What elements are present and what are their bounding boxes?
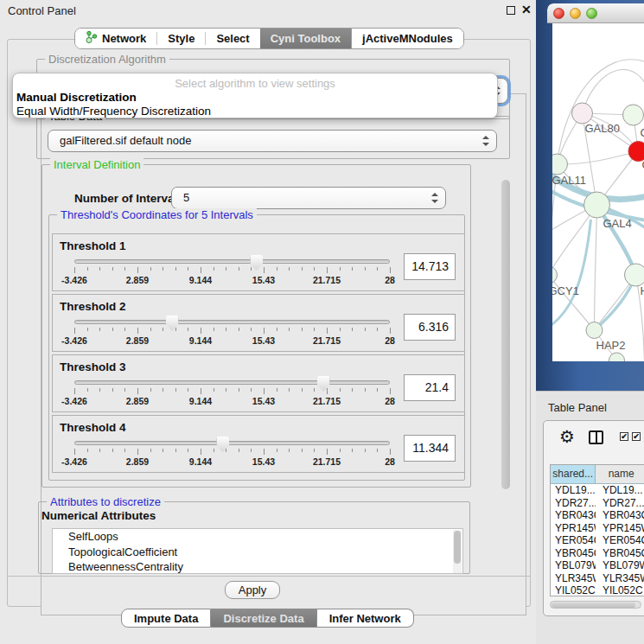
tick-mark bbox=[390, 388, 391, 394]
gear-icon[interactable]: ⚙ bbox=[559, 427, 575, 446]
table-horizontal-scrollbar[interactable] bbox=[550, 601, 641, 609]
popup-option-manual-discretization[interactable]: Manual Discretization bbox=[16, 91, 137, 104]
popup-placeholder-item[interactable]: Select algorithm to view settings bbox=[13, 77, 497, 90]
table-row[interactable]: YBR045CYBR045C bbox=[551, 547, 644, 560]
tab-jactivemnodules[interactable]: jActiveMNodules bbox=[351, 29, 463, 48]
threshold-value-field[interactable]: 21.4 bbox=[404, 374, 456, 401]
scrollbar-thumb[interactable] bbox=[454, 531, 461, 564]
checkbox-icon[interactable]: ✔ bbox=[620, 432, 628, 441]
slider-tick-labels: -3.4262.8599.14415.4321.71528 bbox=[74, 396, 390, 406]
network-node[interactable] bbox=[584, 192, 610, 218]
network-node[interactable] bbox=[623, 105, 644, 125]
table-cell[interactable]: YPR145W bbox=[551, 522, 596, 535]
minimize-traffic-light-icon[interactable] bbox=[570, 8, 581, 19]
tab-impute-data[interactable]: Impute Data bbox=[121, 609, 211, 628]
table-cell[interactable]: YLR345W bbox=[596, 572, 644, 585]
node-label: GAL80 bbox=[585, 122, 620, 135]
network-canvas[interactable]: GAL80 GA C GAL11 GAL4 GCY1 H HAP2 bbox=[552, 23, 644, 361]
tick-mark bbox=[239, 267, 239, 271]
tick-mark bbox=[112, 388, 113, 392]
tick-mark bbox=[264, 328, 265, 334]
network-node[interactable] bbox=[572, 103, 593, 124]
slider-track[interactable] bbox=[74, 259, 390, 264]
table-cell[interactable]: YDR27... bbox=[551, 497, 596, 510]
attribute-list-item[interactable]: TopologicalCoefficient bbox=[53, 545, 462, 560]
float-window-icon[interactable] bbox=[507, 6, 515, 15]
table-row[interactable]: YBR043CYBR043C bbox=[551, 509, 644, 522]
slider-track[interactable] bbox=[74, 380, 390, 385]
table-row[interactable]: YLR345WYLR345W bbox=[551, 572, 644, 585]
tick-mark bbox=[352, 267, 353, 271]
table-row[interactable]: YBL079WYBL079W bbox=[551, 559, 644, 572]
close-traffic-light-icon[interactable] bbox=[553, 8, 564, 19]
table-cell[interactable]: YBR043C bbox=[551, 509, 596, 522]
table-cell[interactable]: YBR045C bbox=[596, 547, 644, 560]
table-cell[interactable]: YDL19... bbox=[596, 484, 644, 497]
control-panel: Control Panel ✕ Network Style Select Cyn… bbox=[0, 0, 536, 644]
column-header-shared-name[interactable]: shared... bbox=[551, 465, 596, 483]
network-node[interactable] bbox=[625, 264, 644, 286]
table-cell[interactable]: YIL052C bbox=[596, 584, 644, 596]
tick-mark bbox=[302, 388, 303, 392]
attributes-scrollbar[interactable] bbox=[453, 530, 462, 574]
tab-network[interactable]: Network bbox=[75, 29, 156, 48]
tab-discretize-data[interactable]: Discretize Data bbox=[211, 609, 316, 628]
table-cell[interactable]: YPR145W bbox=[596, 522, 644, 535]
tick-mark bbox=[377, 328, 378, 331]
network-node[interactable] bbox=[552, 266, 558, 284]
tick-mark bbox=[175, 328, 176, 331]
table-cell[interactable]: YER054C bbox=[551, 534, 596, 547]
table-data-combobox[interactable]: galFiltered.sif default node bbox=[48, 130, 497, 152]
algorithm-dropdown-popup: Select algorithm to view settings Manual… bbox=[12, 73, 498, 118]
zoom-traffic-light-icon[interactable] bbox=[586, 8, 597, 19]
tick-mark bbox=[277, 328, 277, 331]
table-row[interactable]: YIL052CYIL052C bbox=[551, 584, 644, 596]
table-row[interactable]: YER054CYER054C bbox=[551, 534, 644, 547]
tab-cyni-toolbox[interactable]: Cyni Toolbox bbox=[260, 29, 351, 48]
table-row[interactable]: YDR27...YDR27... bbox=[551, 497, 644, 510]
table-row[interactable]: YDL19...YDL19... bbox=[551, 484, 644, 497]
table-cell[interactable]: YDL19... bbox=[551, 484, 596, 497]
tab-select[interactable]: Select bbox=[206, 29, 259, 48]
threshold-slider[interactable]: -3.4262.8599.14415.4321.71528 bbox=[74, 295, 390, 351]
table-cell[interactable]: YLR345W bbox=[551, 572, 596, 585]
scrollbar-thumb[interactable] bbox=[552, 603, 635, 609]
column-header-name[interactable]: name bbox=[596, 465, 644, 483]
threshold-slider[interactable]: -3.4262.8599.14415.4321.71528 bbox=[74, 355, 390, 411]
threshold-value-field[interactable]: 14.713 bbox=[404, 253, 456, 280]
threshold-slider[interactable]: -3.4262.8599.14415.4321.71528 bbox=[74, 234, 390, 290]
tab-style[interactable]: Style bbox=[157, 29, 205, 48]
table-cell[interactable]: YER054C bbox=[596, 534, 644, 547]
scrollbar-thumb[interactable] bbox=[501, 180, 510, 489]
form-vertical-scrollbar[interactable] bbox=[500, 164, 512, 572]
table-cell[interactable]: YDR27... bbox=[596, 497, 644, 510]
close-icon[interactable]: ✕ bbox=[521, 3, 532, 16]
attribute-list-item[interactable]: SelfLoops bbox=[53, 529, 462, 545]
network-node[interactable] bbox=[609, 353, 625, 361]
tick-mark bbox=[201, 388, 201, 394]
numerical-attributes-list[interactable]: SelfLoopsTopologicalCoefficientBetweenne… bbox=[52, 528, 463, 574]
slider-track[interactable] bbox=[74, 441, 390, 445]
table-cell[interactable]: YBL079W bbox=[551, 559, 596, 572]
table-cell[interactable]: YBL079W bbox=[596, 559, 644, 572]
table-data-groupbox: Table Data galFiltered.sif default node bbox=[36, 116, 510, 159]
columns-icon[interactable] bbox=[589, 430, 603, 444]
popup-option-equal-width[interactable]: Equal Width/Frequency Discretization bbox=[16, 105, 211, 118]
threshold-value-field[interactable]: 11.344 bbox=[404, 435, 456, 462]
table-cell[interactable]: YBR045C bbox=[551, 547, 596, 560]
table-cell[interactable]: YIL052C bbox=[551, 584, 596, 596]
table-row[interactable]: YPR145WYPR145W bbox=[551, 522, 644, 535]
checkbox-icon[interactable]: ✔ bbox=[632, 432, 641, 441]
network-node[interactable] bbox=[552, 154, 568, 175]
apply-button[interactable]: Apply bbox=[225, 581, 280, 599]
threshold-slider[interactable]: -3.4262.8599.14415.4321.71528 bbox=[74, 416, 390, 472]
number-of-intervals-combobox[interactable]: 5 bbox=[171, 187, 446, 209]
network-node[interactable] bbox=[586, 322, 603, 339]
table-data-value: galFiltered.sif default node bbox=[60, 134, 191, 147]
slider-track[interactable] bbox=[74, 320, 390, 324]
table-cell[interactable]: YBR043C bbox=[596, 509, 644, 522]
attribute-list-item[interactable]: BetweennessCentrality bbox=[53, 559, 462, 574]
tab-infer-network[interactable]: Infer Network bbox=[317, 609, 414, 628]
tick-mark bbox=[327, 267, 328, 273]
threshold-value-field[interactable]: 6.316 bbox=[404, 314, 456, 341]
